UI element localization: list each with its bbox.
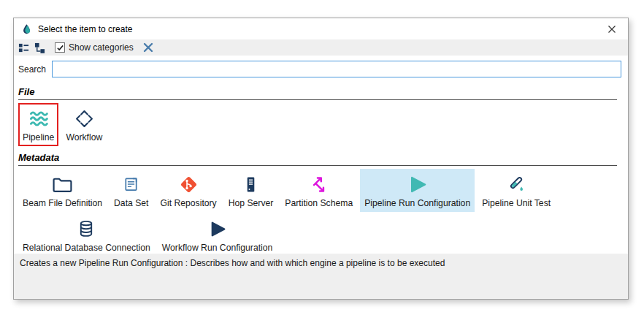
item-label: Git Repository: [161, 198, 217, 208]
item-label: Relational Database Connection: [23, 243, 150, 253]
close-icon[interactable]: [603, 23, 621, 35]
item-label: Hop Server: [229, 198, 274, 208]
item-label: Workflow Run Configuration: [162, 243, 273, 253]
status-bar: Creates a new Pipeline Run Configuration…: [14, 254, 628, 299]
title-bar: Select the item to create: [14, 18, 628, 39]
blue-x-icon[interactable]: [143, 42, 153, 53]
item-label: Workflow: [66, 132, 102, 143]
item-label: Pipeline: [23, 132, 54, 143]
metadata-items-row: Beam File Definition Data Set: [18, 166, 628, 254]
item-partition-schema[interactable]: Partition Schema: [280, 169, 357, 212]
show-categories-label: Show categories: [69, 42, 134, 53]
file-items-row: Pipeline Workflow: [18, 100, 628, 148]
item-label: Pipeline Unit Test: [482, 198, 551, 208]
test-tube-icon: [507, 172, 526, 197]
item-beam-file-definition[interactable]: Beam File Definition: [18, 169, 107, 212]
play-navy-icon: [207, 216, 228, 241]
item-label: Data Set: [114, 198, 148, 208]
item-pipeline-run-configuration[interactable]: Pipeline Run Configuration: [360, 169, 475, 212]
item-relational-database-connection[interactable]: Relational Database Connection: [18, 213, 155, 254]
dialog-title: Select the item to create: [38, 24, 132, 34]
item-workflow-run-configuration[interactable]: Workflow Run Configuration: [158, 213, 277, 254]
create-item-dialog: Select the item to create: [13, 18, 629, 300]
document-lines-icon: [123, 172, 139, 197]
item-git-repository[interactable]: Git Repository: [156, 169, 221, 212]
item-pipeline-unit-test[interactable]: Pipeline Unit Test: [478, 169, 555, 212]
play-teal-icon: [407, 172, 429, 197]
item-hop-server[interactable]: Hop Server: [224, 169, 278, 212]
database-icon: [77, 216, 95, 241]
item-pipeline[interactable]: Pipeline: [18, 103, 58, 146]
git-diamond-icon: [179, 172, 199, 197]
checkbox-box[interactable]: [55, 42, 65, 53]
category-header-metadata: Metadata: [18, 148, 617, 166]
hop-drop-icon: [21, 23, 32, 34]
folder-icon: [52, 172, 73, 197]
status-text: Creates a new Pipeline Run Configuration…: [20, 258, 445, 268]
item-data-set[interactable]: Data Set: [110, 169, 153, 212]
item-label: Partition Schema: [285, 198, 353, 208]
search-input[interactable]: [52, 61, 621, 77]
item-label: Beam File Definition: [23, 198, 102, 208]
toolbar: Show categories: [14, 39, 628, 56]
item-label: Pipeline Run Configuration: [364, 198, 470, 208]
workflow-diamond-arrows-icon: [75, 106, 93, 131]
list-view-icon[interactable]: [18, 42, 29, 53]
item-workflow[interactable]: Workflow: [61, 103, 107, 146]
search-label: Search: [18, 64, 46, 75]
tree-view-icon[interactable]: [34, 42, 45, 53]
category-header-file: File: [18, 82, 617, 100]
pipeline-waves-icon: [28, 106, 50, 131]
search-row: Search: [14, 56, 628, 80]
item-list: File Pipeline: [14, 80, 628, 254]
partition-arrows-icon: [310, 172, 327, 197]
show-categories-checkbox[interactable]: Show categories: [55, 42, 134, 53]
server-tower-icon: [242, 172, 259, 197]
